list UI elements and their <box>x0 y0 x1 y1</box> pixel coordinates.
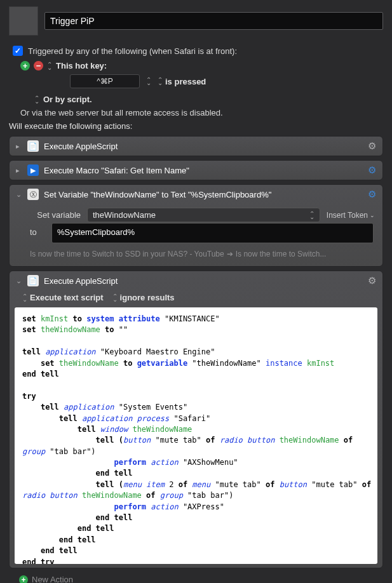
to-label: to <box>30 227 45 237</box>
script-code-editor[interactable]: set kmInst to system attribute "KMINSTAN… <box>15 307 377 564</box>
hotkey-selector-icon[interactable] <box>146 78 151 84</box>
action-card-applescript: ⌄ 📄 Execute AppleScript ⚙ Execute text s… <box>9 271 383 568</box>
action-card-set-variable: ⌄ Ⓧ Set Variable "theWindowName" to Text… <box>9 184 383 267</box>
action-card: ▸ ▶ Execute Macro "Safari: Get Item Name… <box>9 160 383 180</box>
enabled-checkbox[interactable]: ✓ <box>13 46 23 56</box>
or-by-script-label: Or by script. <box>43 95 92 104</box>
disclosure-icon[interactable]: ▸ <box>16 166 22 175</box>
action-title: Execute AppleScript <box>44 276 118 286</box>
disclosure-icon[interactable]: ▸ <box>16 142 22 151</box>
action-card: ▸ 📄 Execute AppleScript ⚙ <box>9 136 383 156</box>
disclosure-icon[interactable]: ⌄ <box>16 191 22 199</box>
script-trigger-selector[interactable] <box>34 97 39 103</box>
gear-icon[interactable]: ⚙ <box>368 275 376 286</box>
set-variable-label: Set variable <box>30 210 81 220</box>
to-value-input[interactable]: %SystemClipboard% <box>51 223 374 243</box>
trigger-type-selector[interactable] <box>47 63 52 69</box>
disclosure-icon[interactable]: ⌄ <box>16 277 22 285</box>
applescript-icon: 📄 <box>27 140 39 152</box>
trigger-label: Triggered by any of the following (when … <box>28 46 237 56</box>
hotkey-field[interactable]: ^⌘P <box>70 74 140 88</box>
webserver-note: Or via the web server but all remote acc… <box>20 108 383 117</box>
action-title: Execute AppleScript <box>44 142 118 151</box>
gear-icon[interactable]: ⚙ <box>368 189 376 200</box>
hotkey-mode-selector[interactable]: is pressed <box>158 77 206 86</box>
gear-icon[interactable]: ⚙ <box>368 164 376 176</box>
macro-icon: ▶ <box>27 164 39 176</box>
add-action-button[interactable]: + <box>19 575 28 584</box>
action-title: Set Variable "theWindowName" to Text "%S… <box>44 190 271 199</box>
hotkey-trigger-label: This hot key: <box>56 61 107 70</box>
variable-preview: Is now the time to Switch to SSD in your… <box>30 250 375 258</box>
action-title: Execute Macro "Safari: Get Item Name" <box>44 166 189 175</box>
script-result-selector[interactable]: ignore results <box>112 293 175 302</box>
remove-trigger-button[interactable]: − <box>34 61 43 70</box>
add-trigger-button[interactable]: + <box>20 61 30 70</box>
variable-name-select[interactable]: theWindowName <box>87 208 320 222</box>
variable-icon: Ⓧ <box>27 189 39 200</box>
script-source-selector[interactable]: Execute text script <box>22 293 104 302</box>
macro-icon[interactable] <box>9 6 38 36</box>
macro-title-input[interactable] <box>44 12 383 30</box>
applescript-icon: 📄 <box>27 275 39 286</box>
insert-token-button[interactable]: Insert Token⌄ <box>327 211 375 220</box>
new-action-label[interactable]: New Action <box>32 575 73 583</box>
gear-icon[interactable]: ⚙ <box>368 140 376 152</box>
actions-section-label: Will execute the following actions: <box>9 121 383 131</box>
